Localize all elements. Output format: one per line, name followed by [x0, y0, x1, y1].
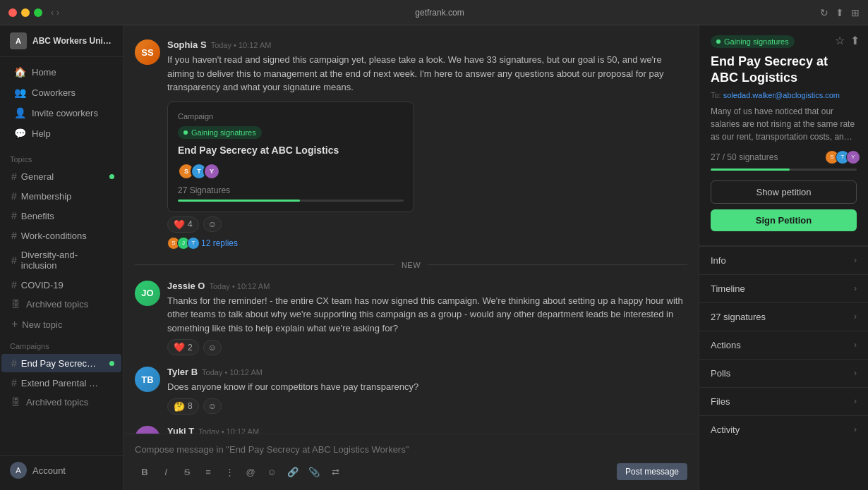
rp-description: Many of us have noticed that our salarie… [711, 105, 857, 143]
chevron-right-icon: › [854, 283, 857, 293]
emoji-button[interactable]: ☺ [262, 462, 282, 482]
sidebar-campaign-end-pay[interactable]: # End Pay Secrecy at... [1, 354, 121, 372]
reaction-button[interactable]: ❤️ 4 [167, 216, 199, 233]
strikethrough-button[interactable]: S [177, 462, 197, 482]
rp-section-files[interactable]: Files › [699, 387, 868, 415]
sidebar-account[interactable]: A Account [0, 455, 123, 484]
hash-icon: # [11, 377, 17, 388]
rp-section-activity-label: Activity [711, 424, 740, 435]
badge-text: Gaining signatures [191, 128, 256, 137]
message-text: Does anyone know if our competitors have… [167, 380, 687, 394]
sidebar-item-covid[interactable]: # COVID-19 [1, 276, 121, 294]
minimize-button[interactable] [21, 8, 30, 17]
refresh-icon[interactable]: ↻ [820, 7, 828, 18]
share-panel-icon[interactable]: ⬆ [850, 34, 860, 47]
post-message-button[interactable]: Post message [617, 463, 687, 480]
sidebar-campaign-parental[interactable]: # Extend Parental Lea... [1, 374, 121, 392]
compose-area: B I S ≡ ⋮ @ ☺ 🔗 📎 ⇄ Post message [123, 434, 699, 490]
new-label: NEW [402, 261, 421, 269]
sidebar-item-benefits[interactable]: # Benefits [1, 207, 121, 225]
mention-button[interactable]: @ [241, 462, 260, 482]
sign-petition-button[interactable]: Sign Petition [711, 209, 857, 231]
back-arrow[interactable]: ‹ [51, 8, 54, 18]
divider-line [428, 264, 687, 265]
sidebar-item-help[interactable]: 💬 Help [4, 123, 119, 143]
rp-badge-text: Gaining signatures [724, 37, 789, 46]
link-button[interactable]: 🔗 [283, 462, 303, 482]
sidebar-topic-covid-label: COVID-19 [21, 280, 64, 290]
sidebar-topic-diversity-label: Diversity-and-inclusion [21, 250, 111, 271]
campaign-card-avatars: S T Y [178, 163, 404, 180]
numbered-list-button[interactable]: ⋮ [219, 462, 239, 482]
workspace-header[interactable]: A ABC Workers United [0, 25, 123, 57]
campaign-archived-label: Archived topics [26, 397, 88, 408]
right-panel-header: ☆ ⬆ Gaining signatures End Pay Secrecy a… [699, 25, 868, 246]
message-time: Today • 10:12 AM [202, 368, 263, 376]
badge-dot [183, 130, 188, 135]
hash-icon: # [11, 230, 17, 241]
message-item: TB Tyler B Today • 10:12 AM Does anyone … [123, 361, 699, 420]
close-button[interactable] [8, 8, 17, 17]
rp-section-timeline[interactable]: Timeline › [699, 274, 868, 302]
account-label: Account [32, 465, 66, 476]
campaign-unread-dot [109, 361, 114, 366]
attach-button[interactable]: 📎 [304, 462, 324, 482]
forward-arrow[interactable]: › [56, 8, 59, 18]
rp-section-polls[interactable]: Polls › [699, 359, 868, 387]
add-reaction-icon: ☺ [208, 401, 217, 411]
rp-section-activity[interactable]: Activity › [699, 415, 868, 443]
bookmark-icon[interactable]: ☆ [835, 34, 845, 47]
reaction-count: 4 [188, 219, 193, 229]
campaign-card-title: End Pay Secrecy at ABC Logistics [178, 145, 404, 156]
sig-label: 27 Signatures [178, 185, 404, 195]
chevron-right-icon: › [854, 396, 857, 406]
sidebar-archived-topics[interactable]: 🗄 Archived topics [1, 295, 121, 313]
grid-icon[interactable]: ⊞ [851, 7, 860, 18]
sidebar-item-membership[interactable]: # Membership [1, 187, 121, 205]
bold-button[interactable]: B [135, 462, 155, 482]
rp-section-actions[interactable]: Actions › [699, 331, 868, 359]
italic-button[interactable]: I [156, 462, 176, 482]
gif-button[interactable]: ⇄ [325, 462, 345, 482]
sidebar-item-coworkers-label: Coworkers [32, 87, 76, 98]
sidebar-topic-work-label: Work-conditions [21, 231, 87, 241]
sidebar-item-coworkers[interactable]: 👥 Coworkers [4, 82, 119, 102]
show-petition-button[interactable]: Show petition [711, 180, 857, 204]
message-text: Thanks for the reminder! - the entire CX… [167, 294, 687, 336]
sidebar-item-general[interactable]: # General [1, 167, 121, 185]
main-content: SS Sophia S Today • 10:12 AM If you have… [123, 25, 699, 490]
add-reaction-button[interactable]: ☺ [203, 216, 222, 232]
sidebar-item-invite[interactable]: 👤 Invite coworkers [4, 103, 119, 123]
rp-sig-row: 27 / 50 signatures S T Y [711, 150, 857, 164]
message-time: Today • 10:12 AM [198, 427, 259, 434]
badge-dot [716, 39, 721, 44]
hash-icon: # [11, 357, 17, 369]
sidebar-campaign-archived[interactable]: 🗄 Archived topics [1, 393, 121, 411]
sidebar-new-topic[interactable]: + New topic [1, 314, 121, 334]
reaction-emoji: 🤔 [174, 401, 185, 412]
sidebar-item-home[interactable]: 🏠 Home [4, 62, 119, 82]
fullscreen-button[interactable] [34, 8, 42, 17]
message-author: Jessie O [167, 281, 205, 291]
compose-toolbar: B I S ≡ ⋮ @ ☺ 🔗 📎 ⇄ Post message [135, 459, 687, 484]
rp-section-polls-label: Polls [711, 368, 730, 379]
progress-bar [178, 200, 404, 202]
reaction-button[interactable]: ❤️ 2 [167, 339, 199, 355]
to-email[interactable]: soledad.walker@abclogistics.com [723, 91, 840, 99]
add-reaction-icon: ☺ [208, 219, 217, 229]
rp-title: End Pay Secrecy at ABC Logistics [711, 54, 857, 87]
rp-section-signatures[interactable]: 27 signatures › [699, 302, 868, 331]
compose-input[interactable] [135, 440, 687, 459]
share-icon[interactable]: ⬆ [836, 7, 844, 18]
replies-link[interactable]: 12 replies [201, 238, 238, 248]
rp-section-info[interactable]: Info › [699, 246, 868, 274]
sidebar-item-work-conditions[interactable]: # Work-conditions [1, 226, 121, 245]
campaigns-section-label: Campaigns [0, 335, 123, 353]
reaction-button[interactable]: 🤔 8 [167, 398, 199, 415]
add-reaction-button[interactable]: ☺ [203, 398, 222, 414]
campaign-card[interactable]: Campaign Gaining signatures End Pay Secr… [167, 102, 414, 212]
sidebar-item-diversity[interactable]: # Diversity-and-inclusion [1, 246, 121, 274]
add-reaction-button[interactable]: ☺ [203, 340, 222, 355]
message-item: JO Jessie O Today • 10:12 AM Thanks for … [123, 275, 699, 362]
bullet-list-button[interactable]: ≡ [198, 462, 218, 482]
